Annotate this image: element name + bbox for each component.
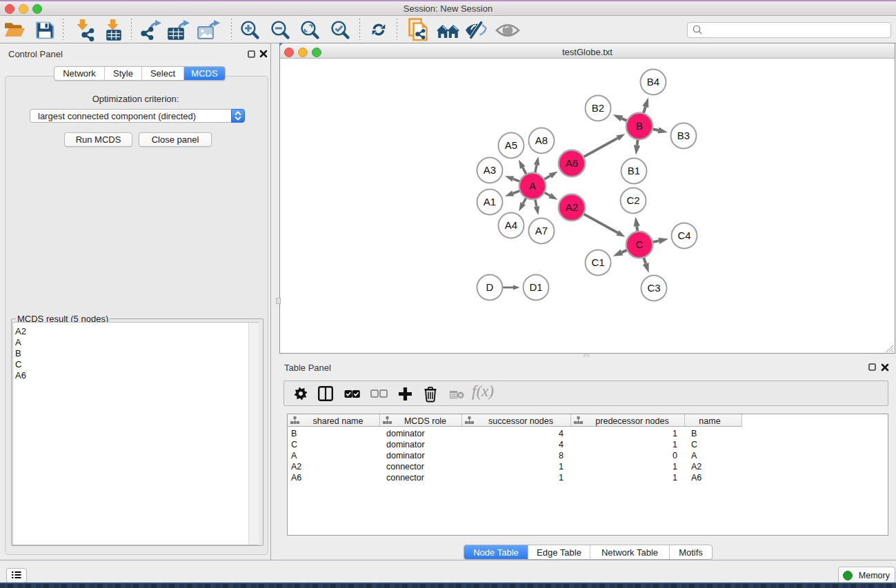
svg-text:C2: C2 <box>626 194 639 206</box>
svg-text:C1: C1 <box>591 256 604 268</box>
svg-text:A4: A4 <box>505 219 517 231</box>
svg-text:B4: B4 <box>647 76 659 88</box>
svg-text:A: A <box>529 180 536 192</box>
svg-text:C3: C3 <box>647 282 660 294</box>
svg-text:A6: A6 <box>566 157 578 169</box>
svg-text:D: D <box>486 281 494 293</box>
svg-text:A5: A5 <box>505 139 517 151</box>
svg-text:A3: A3 <box>484 164 496 176</box>
svg-text:A2: A2 <box>566 201 578 213</box>
svg-text:A1: A1 <box>484 196 496 207</box>
svg-text:B: B <box>636 120 643 132</box>
svg-text:C4: C4 <box>677 230 690 241</box>
svg-text:A8: A8 <box>535 134 548 146</box>
svg-text:B2: B2 <box>592 102 604 114</box>
svg-text:A7: A7 <box>535 225 548 236</box>
svg-text:D1: D1 <box>529 281 542 293</box>
svg-text:B3: B3 <box>677 130 690 141</box>
svg-text:C: C <box>636 239 644 250</box>
svg-text:B1: B1 <box>628 165 640 176</box>
